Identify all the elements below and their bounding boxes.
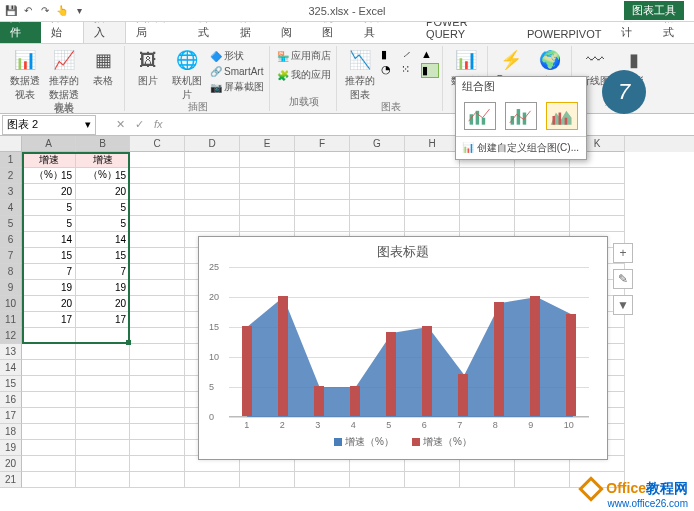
save-icon[interactable]: 💾 (4, 4, 18, 18)
online-pic-icon: 🌐 (175, 48, 199, 72)
group-illustrations: 🖼图片 🌐联机图片 🔷形状 🔗SmartArt 📷屏幕截图 插图 (127, 46, 270, 111)
watermark-logo-icon (579, 476, 604, 501)
chart-title[interactable]: 图表标题 (199, 237, 607, 263)
chart-combo-icon[interactable]: ▮ (421, 63, 439, 78)
chart-scatter-icon[interactable]: ⁙ (401, 63, 419, 78)
sparkline-line-icon: 〰 (583, 48, 607, 72)
chart-line-icon[interactable]: ⟋ (401, 48, 419, 61)
pivot-button[interactable]: 📊数据透视表 (7, 48, 43, 102)
name-box[interactable]: 图表 2▾ (2, 115, 96, 135)
picture-button[interactable]: 🖼图片 (130, 48, 166, 88)
pivotchart-icon: 📊 (454, 48, 478, 72)
undo-icon[interactable]: ↶ (21, 4, 35, 18)
group-label-illus: 插图 (188, 100, 208, 114)
shapes-button[interactable]: 🔷形状 (208, 48, 266, 64)
formula-bar-row: 图表 2▾ ✕ ✓ fx (0, 114, 694, 136)
powerview-icon: ⚡ (499, 48, 523, 72)
smartart-button[interactable]: 🔗SmartArt (208, 65, 266, 78)
combo-chart-dropdown: 组合图 📊 创建自定义组合图(C)... (455, 76, 587, 160)
chart-side-buttons: + ✎ ▼ (613, 243, 633, 315)
group-tables: 📊数据透视表 📈推荐的数据透视表 ▦表格 表格 (4, 46, 125, 111)
cancel-icon[interactable]: ✕ (116, 118, 125, 131)
combo-option-1[interactable] (464, 102, 496, 130)
legend-item-1[interactable]: 增速（%） (334, 435, 394, 449)
chart-area-icon[interactable]: ▲ (421, 48, 439, 61)
picture-icon: 🖼 (136, 48, 160, 72)
quick-access-toolbar: 💾 ↶ ↷ 👆 ▾ (0, 4, 86, 18)
combo-option-3[interactable] (546, 102, 578, 130)
group-label-charts: 图表 (381, 100, 401, 114)
group-label-tables: 表格 (54, 100, 74, 114)
screenshot-button[interactable]: 📷屏幕截图 (208, 79, 266, 95)
pivot-icon: 📊 (13, 48, 37, 72)
chart-pie-icon[interactable]: ◔ (381, 63, 399, 78)
annotation-badge: 7 (602, 70, 646, 114)
confirm-icon[interactable]: ✓ (135, 118, 144, 131)
fx-icon[interactable]: fx (154, 118, 163, 131)
chart-bar-icon[interactable]: ▮ (381, 48, 399, 61)
myapps-button[interactable]: 🧩我的应用 (275, 67, 333, 83)
svg-rect-9 (564, 118, 567, 125)
window-title: 325.xlsx - Excel (308, 5, 385, 17)
row-headers[interactable]: 123456789101112131415161718192021 (0, 152, 22, 488)
chart-filter-button[interactable]: ▼ (613, 295, 633, 315)
chart-style-button[interactable]: ✎ (613, 269, 633, 289)
context-tab-title: 图表工具 (624, 1, 684, 20)
chart-plot: 051015202512345678910 (229, 267, 589, 417)
svg-rect-8 (558, 113, 561, 125)
touch-icon[interactable]: 👆 (55, 4, 69, 18)
redo-icon[interactable]: ↷ (38, 4, 52, 18)
tab-powerpivot[interactable]: POWERPIVOT (517, 25, 612, 43)
rec-chart-button[interactable]: 📉推荐的图表 (342, 48, 378, 102)
rec-chart-icon: 📉 (348, 48, 372, 72)
rec-pivot-icon: 📈 (52, 48, 76, 72)
table-button[interactable]: ▦表格 (85, 48, 121, 88)
svg-rect-7 (552, 116, 555, 125)
group-charts: 📉推荐的图表 ▮ ⟋ ▲ ◔ ⁙ ▮ 图表 (339, 46, 443, 111)
watermark: Office教程网 www.office26.com (582, 480, 688, 509)
svg-rect-2 (482, 118, 485, 125)
combo-header: 组合图 (456, 77, 586, 96)
group-apps: 🏪应用商店 🧩我的应用 加载项 (272, 46, 337, 111)
combo-option-2[interactable] (505, 102, 537, 130)
column-headers[interactable]: ABCDEFGHIJK (22, 136, 694, 152)
ribbon: 📊数据透视表 📈推荐的数据透视表 ▦表格 表格 🖼图片 🌐联机图片 🔷形状 🔗S… (0, 44, 694, 114)
table-icon: ▦ (91, 48, 115, 72)
group-label-apps: 加载项 (289, 95, 319, 109)
embedded-chart[interactable]: 图表标题 051015202512345678910 增速（%） 增速（%） +… (198, 236, 608, 460)
chevron-down-icon[interactable]: ▾ (85, 118, 91, 131)
ribbon-tabs: 文件 开始 插入 页面布局 公式 数据 审阅 视图 开发工具 POWER QUE… (0, 22, 694, 44)
map-icon: 🌍 (538, 48, 562, 72)
legend-item-2[interactable]: 增速（%） (412, 435, 472, 449)
sparkline-col-icon: ▮ (622, 48, 646, 72)
title-bar: 💾 ↶ ↷ 👆 ▾ 325.xlsx - Excel 图表工具 (0, 0, 694, 22)
appstore-button[interactable]: 🏪应用商店 (275, 48, 333, 64)
online-pic-button[interactable]: 🌐联机图片 (169, 48, 205, 102)
qat-more-icon[interactable]: ▾ (72, 4, 86, 18)
chart-add-element-button[interactable]: + (613, 243, 633, 263)
combo-custom-button[interactable]: 📊 创建自定义组合图(C)... (456, 136, 586, 159)
select-all-corner[interactable] (0, 136, 22, 152)
